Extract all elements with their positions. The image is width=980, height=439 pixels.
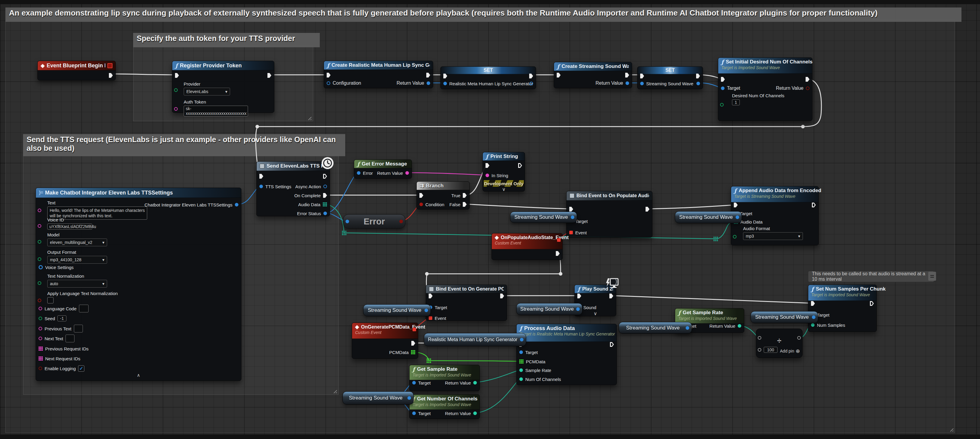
num-samples-pin[interactable] [811, 323, 815, 327]
next-text-pin[interactable] [38, 337, 42, 340]
return-value-pin[interactable] [405, 171, 409, 175]
output-format-dropdown[interactable]: mp3_44100_128▾ [47, 256, 107, 264]
exec-in-pin[interactable] [734, 203, 738, 207]
desired-channels-pin[interactable] [720, 103, 724, 107]
exec-out-pin[interactable] [870, 301, 874, 306]
configuration-pin[interactable] [327, 81, 330, 85]
target-pin[interactable] [519, 350, 523, 354]
var-streaming-sound-wave[interactable]: Streaming Sound Wave [751, 311, 818, 323]
exec-in-pin[interactable] [721, 77, 725, 82]
wire-exec-false-bindpopulate[interactable] [466, 204, 569, 209]
var-realistic-generator[interactable]: Realistic Meta Human Lip Sync Generator [424, 333, 526, 346]
audio-format-pin[interactable] [733, 235, 737, 239]
add-pin-icon[interactable]: ⊕ [796, 348, 800, 354]
exec-out-pin[interactable] [696, 74, 700, 78]
var-streaming-sound-wave[interactable]: Streaming Sound Wave [510, 212, 577, 223]
return-value-pin[interactable] [473, 381, 477, 385]
output-pin[interactable] [530, 82, 533, 85]
wire-teal-samplerate-process[interactable] [476, 370, 519, 382]
delegate-out-pin[interactable] [412, 328, 416, 331]
var-out-pin[interactable] [425, 309, 428, 312]
exec-out-pin[interactable] [426, 73, 430, 78]
audio-format-dropdown[interactable]: mp3▾ [743, 232, 803, 240]
var-streaming-sound-wave[interactable]: Streaming Sound Wave [675, 211, 742, 223]
model-dropdown[interactable]: eleven_multilingual_v2▾ [47, 239, 107, 246]
error-out-pin[interactable] [399, 220, 403, 223]
wire-blue-errorstatus-geterror[interactable] [326, 173, 356, 213]
output-format-pin[interactable] [38, 258, 41, 261]
node-get-number-of-channels[interactable]: ƒGet Number Of ChannelsTarget is Importe… [409, 394, 480, 419]
node-comment-bubble[interactable]: This needs to be called so that audio is… [808, 271, 934, 282]
wire-teal-numchannels-process[interactable] [476, 379, 519, 413]
var-out-pin[interactable] [686, 326, 689, 330]
audio-data-array-pin[interactable] [323, 202, 327, 207]
var-out-pin[interactable] [407, 396, 411, 400]
event-delegate-pin[interactable] [429, 316, 432, 320]
auth-token-input[interactable]: sk-xxxxxxxxxxxxxxxxxxxxxxxxxxxxx [184, 106, 248, 116]
expand-chevron-icon[interactable]: ∨ [483, 188, 525, 191]
node-set-num-samples-per-chunk[interactable]: ƒSet Num Samples Per ChunkTarget is Impo… [808, 285, 877, 332]
next-text-input[interactable] [65, 334, 75, 342]
exec-out-pin[interactable] [610, 342, 614, 347]
pcmdata-array-pin[interactable] [519, 359, 523, 364]
return-value-pin[interactable] [426, 81, 430, 85]
exec-out-pin[interactable] [500, 294, 504, 298]
node-branch[interactable]: ⇉Branch True Condition False [417, 181, 470, 210]
return-value-pin[interactable] [473, 412, 477, 415]
node-print-string[interactable]: ƒPrint String In String Development Only… [482, 152, 525, 191]
auth-token-pin[interactable] [174, 107, 178, 111]
return-value-pin[interactable] [806, 86, 810, 90]
node-create-lipsync-generator[interactable]: ƒCreate Realistic Meta Human Lip Sync Ge… [324, 61, 433, 88]
exec-out-pin[interactable] [109, 73, 113, 78]
wire-pink-errormsg-print[interactable] [408, 173, 485, 175]
target-pin[interactable] [721, 86, 724, 90]
node-onpopulate-custom-event[interactable]: ◈OnPopulateAudioState_EventCustom Event [492, 233, 563, 260]
language-code-pin[interactable] [38, 307, 42, 310]
node-send-elevenlabs-tts-request[interactable]: Send ElevenLabs TTS Request TTS Settings… [256, 161, 330, 216]
exec-out-pin[interactable] [529, 74, 533, 78]
condition-pin[interactable] [419, 203, 423, 206]
target-pin[interactable] [412, 412, 416, 415]
node-set-initial-num-channels[interactable]: ƒSet Initial Desired Num Of ChannelsTarg… [718, 57, 813, 121]
text-normalization-dropdown[interactable]: auto▾ [47, 280, 107, 288]
text-normalization-pin[interactable] [38, 281, 41, 285]
exec-out-pin[interactable] [646, 207, 649, 212]
wire-green-pcmdata[interactable] [415, 352, 519, 361]
var-streaming-sound-wave[interactable]: Streaming Sound Wave [342, 391, 414, 405]
exec-out-pin[interactable] [411, 341, 415, 346]
output-pin[interactable] [697, 82, 700, 85]
on-complete-exec-pin[interactable] [323, 193, 327, 198]
divide-value-input[interactable]: 100 [764, 347, 778, 353]
node-get-error-message[interactable]: ƒGet Error Message Error Return Value [354, 159, 412, 179]
in-string-pin[interactable] [485, 173, 489, 177]
blueprint-graph-canvas[interactable]: An example demonstrating lip sync during… [0, 0, 980, 439]
apply-lang-pin[interactable] [38, 299, 41, 302]
bubble-pin-icon[interactable] [928, 272, 936, 281]
provider-dropdown[interactable]: ElevenLabs▾ [184, 87, 230, 95]
var-streaming-sound-wave[interactable]: Streaming Sound Wave [363, 304, 431, 316]
node-set-streaming-sound-wave[interactable]: SET Streaming Sound Wave [637, 67, 703, 89]
exec-in-pin[interactable] [811, 301, 815, 306]
delegate-out-pin[interactable] [557, 238, 561, 242]
model-pin[interactable] [38, 240, 41, 243]
false-exec-pin[interactable] [463, 202, 467, 207]
exec-in-pin[interactable] [259, 174, 263, 179]
exec-out-pin[interactable] [812, 203, 816, 207]
return-value-pin[interactable] [738, 324, 741, 328]
node-bind-populate-audio-state[interactable]: Bind Event to On Populate Audio State Ta… [566, 191, 652, 238]
exec-in-pin[interactable] [429, 294, 433, 298]
apply-lang-checkbox[interactable] [47, 297, 54, 304]
async-action-pin[interactable] [323, 185, 327, 188]
seed-input[interactable]: -1 [57, 315, 67, 321]
exec-in-pin[interactable] [557, 73, 561, 78]
var-streaming-sound-wave[interactable]: Streaming Sound Wave [619, 322, 692, 334]
wire-exec-bindpopulate-append[interactable] [649, 205, 733, 209]
tts-settings-pin[interactable] [259, 185, 263, 188]
error-in-pin[interactable] [345, 220, 349, 223]
var-out-pin[interactable] [576, 307, 580, 311]
pcmdata-array-pin[interactable] [411, 350, 415, 354]
node-bind-generate-pcmdata[interactable]: Bind Event to On Generate PCMData Target… [426, 285, 507, 321]
exec-out-pin[interactable] [556, 251, 560, 256]
previous-text-input[interactable] [74, 325, 83, 332]
node-append-audio-data[interactable]: ƒAppend Audio Data from EncodedTarget is… [731, 186, 819, 245]
